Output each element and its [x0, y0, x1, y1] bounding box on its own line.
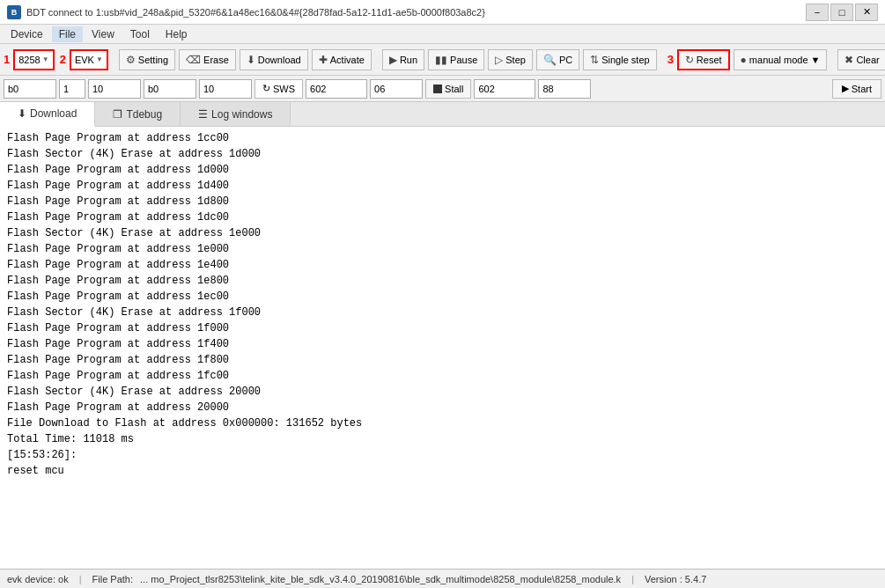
- clear-icon: ✖: [844, 54, 853, 66]
- tab-bar: ⬇ Download ❐ Tdebug ☰ Log windows: [0, 102, 885, 127]
- tab-logwindows[interactable]: ☰ Log windows: [181, 102, 291, 126]
- input-b0-2[interactable]: [144, 79, 196, 99]
- status-separator: |: [79, 574, 82, 584]
- single-step-label: Single step: [601, 55, 649, 65]
- file-path-value: ... mo_Project_tlsr8253\telink_kite_ble_…: [140, 574, 621, 584]
- log-line: Flash Sector (4K) Erase at address 1f000: [7, 305, 878, 320]
- menu-tool[interactable]: Tool: [123, 26, 157, 42]
- input-602-2[interactable]: [474, 79, 535, 99]
- logwindows-tab-label: Log windows: [211, 108, 272, 121]
- maximize-button[interactable]: □: [830, 4, 853, 21]
- input-602-1[interactable]: [306, 79, 367, 99]
- erase-label: Erase: [203, 55, 229, 65]
- activate-label: Activate: [330, 55, 365, 65]
- step-button[interactable]: ▷ Step: [488, 49, 533, 70]
- log-line: Flash Page Program at address 1e800: [7, 273, 878, 289]
- setting-label: Setting: [138, 55, 168, 65]
- setting-icon: ⚙: [126, 54, 136, 66]
- close-button[interactable]: ✕: [855, 4, 878, 21]
- log-line: File Download to Flash at address 0x0000…: [7, 415, 878, 431]
- app-icon: B: [7, 5, 21, 19]
- manual-mode-icon: ●: [741, 54, 747, 66]
- log-scroll-container: Flash Page Program at address 1cc00Flash…: [0, 127, 885, 569]
- menu-file[interactable]: File: [52, 26, 83, 42]
- setting-button[interactable]: ⚙ Setting: [119, 49, 175, 70]
- device-status: evk device: ok: [7, 574, 69, 584]
- log-line: Flash Sector (4K) Erase at address 1e000: [7, 225, 878, 241]
- input-row: ↻ SWS Stall ▶ Start: [0, 76, 885, 102]
- log-line: reset mcu: [7, 463, 878, 479]
- log-line: Flash Page Program at address 1f000: [7, 320, 878, 336]
- manual-mode-label: manual mode: [749, 55, 808, 65]
- chip-dropdown-arrow: ▼: [42, 55, 49, 63]
- menu-device[interactable]: Device: [4, 26, 50, 42]
- download-button[interactable]: ⬇ Download: [240, 49, 308, 70]
- log-line: Flash Page Program at address 1cc00: [7, 130, 878, 146]
- input-1[interactable]: [59, 79, 85, 99]
- manual-mode-button[interactable]: ● manual mode ▼: [734, 49, 828, 70]
- toolbar: 1 8258 ▼ 2 EVK ▼ ⚙ Setting ⌫ Erase ⬇ Dow…: [0, 44, 885, 76]
- log-line: Flash Page Program at address 1ec00: [7, 289, 878, 305]
- step-icon: ▷: [495, 54, 503, 66]
- menu-help[interactable]: Help: [159, 26, 195, 42]
- sws-label: SWS: [273, 84, 295, 94]
- window-title: BDT connect to 1:usb#vid_248a&pid_5320#6…: [26, 7, 485, 18]
- evk-select[interactable]: EVK ▼: [70, 49, 108, 70]
- chip-value: 8258: [18, 55, 40, 65]
- menu-bar: Device File View Tool Help: [0, 25, 885, 44]
- clear-button[interactable]: ✖ Clear: [837, 49, 885, 70]
- stall-label: Stall: [445, 84, 463, 94]
- log-line: Flash Page Program at address 1d800: [7, 194, 878, 209]
- run-button[interactable]: ▶ Run: [382, 49, 424, 70]
- activate-button[interactable]: ✚ Activate: [312, 49, 372, 70]
- reset-label: Reset: [697, 55, 722, 65]
- stall-indicator: Stall: [425, 79, 471, 99]
- run-label: Run: [400, 55, 417, 65]
- minimize-button[interactable]: −: [806, 4, 829, 21]
- download-label: Download: [258, 55, 301, 65]
- log-area[interactable]: Flash Page Program at address 1cc00Flash…: [0, 127, 885, 569]
- input-10-2[interactable]: [199, 79, 252, 99]
- input-06[interactable]: [370, 79, 423, 99]
- download-tab-label: Download: [30, 107, 77, 120]
- input-10-1[interactable]: [88, 79, 141, 99]
- status-separator-2: |: [631, 574, 634, 584]
- log-line: Flash Page Program at address 1f400: [7, 336, 878, 352]
- activate-icon: ✚: [319, 54, 328, 66]
- tab-tdebug[interactable]: ❐ Tdebug: [95, 102, 181, 126]
- log-line: Flash Page Program at address 1d400: [7, 178, 878, 194]
- manual-mode-arrow: ▼: [811, 55, 821, 65]
- pc-icon: 🔍: [543, 54, 557, 66]
- pc-button[interactable]: 🔍 PC: [536, 49, 579, 70]
- erase-button[interactable]: ⌫ Erase: [179, 49, 236, 70]
- tdebug-tab-icon: ❐: [113, 108, 122, 121]
- log-line: Flash Page Program at address 20000: [7, 400, 878, 415]
- sws-button[interactable]: ↻ SWS: [254, 79, 303, 99]
- erase-icon: ⌫: [186, 54, 201, 66]
- pause-icon: ▮▮: [435, 54, 447, 66]
- start-button[interactable]: ▶ Start: [832, 79, 881, 99]
- log-line: Flash Page Program at address 1f800: [7, 352, 878, 368]
- stall-icon: [433, 85, 442, 93]
- logwindows-tab-icon: ☰: [198, 108, 208, 121]
- log-line: Flash Page Program at address 1dc00: [7, 209, 878, 225]
- run-icon: ▶: [389, 54, 397, 66]
- file-path-label: File Path:: [92, 574, 133, 584]
- title-bar: B BDT connect to 1:usb#vid_248a&pid_5320…: [0, 0, 885, 25]
- pause-button[interactable]: ▮▮ Pause: [428, 49, 484, 70]
- reset-button[interactable]: ↻ Reset: [677, 49, 730, 70]
- single-step-icon: ⇅: [590, 54, 599, 66]
- window-controls: − □ ✕: [806, 4, 878, 21]
- log-line: Flash Sector (4K) Erase at address 20000: [7, 384, 878, 400]
- log-line: Flash Page Program at address 1fc00: [7, 368, 878, 384]
- chip-select[interactable]: 8258 ▼: [13, 49, 54, 70]
- input-88[interactable]: [538, 79, 591, 99]
- download-icon: ⬇: [247, 54, 255, 66]
- pc-label: PC: [559, 55, 572, 65]
- single-step-button[interactable]: ⇅ Single step: [583, 49, 656, 70]
- start-label: Start: [852, 84, 872, 94]
- tab-download[interactable]: ⬇ Download: [0, 102, 95, 127]
- input-b0-1[interactable]: [4, 79, 56, 99]
- annotation-1: 1: [4, 53, 10, 66]
- menu-view[interactable]: View: [85, 26, 122, 42]
